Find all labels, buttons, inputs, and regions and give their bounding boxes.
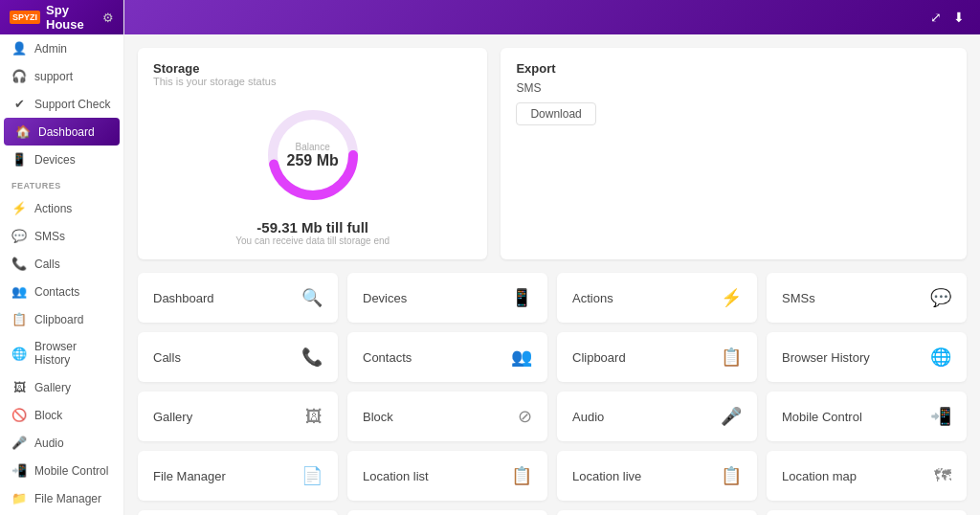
sidebar-item-label: Mobile Control xyxy=(34,464,108,478)
grid-card-label: Browser History xyxy=(782,350,870,365)
grid-card-location-map[interactable]: Location map 🗺 xyxy=(767,451,967,501)
storage-card: Storage This is your storage status Bala… xyxy=(138,48,487,259)
grid-card-devices[interactable]: Devices 📱 xyxy=(347,273,547,323)
sidebar-item-calls[interactable]: 📞 Calls xyxy=(0,250,123,278)
expand-icon[interactable]: ⤢ xyxy=(930,10,942,25)
sidebar-item-label: support xyxy=(34,70,73,83)
main-content: ⤢ ⬇ Storage This is your storage status … xyxy=(124,0,980,515)
sidebar-item-clipboard[interactable]: 📋 Clipboard xyxy=(0,305,123,333)
grid-file-manager-icon: 📄 xyxy=(301,465,323,486)
headphone-icon: 🎧 xyxy=(11,69,27,83)
sidebar: SPYZI Spy House ⚙ 👤 Admin 🎧 support ✔ Su… xyxy=(0,0,124,515)
grid-browser-icon: 🌐 xyxy=(930,347,951,368)
grid-location-map-icon: 🗺 xyxy=(934,466,951,486)
download-button[interactable]: Download xyxy=(516,102,595,125)
grid-gallery-icon: 🖼 xyxy=(305,407,323,427)
sidebar-item-smss[interactable]: 💬 SMSs xyxy=(0,222,123,250)
sidebar-item-label: Gallery xyxy=(34,381,71,394)
grid-card-label: Clipboard xyxy=(572,350,626,365)
features-grid: Dashboard 🔍 Devices 📱 Actions ⚡ SMSs 💬 C… xyxy=(138,273,967,515)
grid-card-file-manager[interactable]: File Manager 📄 xyxy=(138,451,338,501)
export-type: SMS xyxy=(516,81,951,95)
grid-location-live-icon: 📋 xyxy=(721,465,742,486)
sidebar-item-label: File Manager xyxy=(34,492,101,505)
grid-block-icon: ⊘ xyxy=(518,406,532,427)
storage-info: -59.31 Mb till full You can receive data… xyxy=(235,219,390,246)
app-title: Spy House xyxy=(46,3,97,32)
storage-title: Storage xyxy=(153,61,472,76)
grid-card-label: Audio xyxy=(572,410,604,424)
gear-icon[interactable]: ⚙ xyxy=(102,11,114,25)
grid-card-label: Block xyxy=(363,410,393,424)
sidebar-item-actions[interactable]: ⚡ Actions xyxy=(0,194,123,222)
sidebar-item-label: Block xyxy=(34,409,62,422)
app-logo: SPYZI xyxy=(10,11,40,24)
grid-card-contacts[interactable]: Contacts 👥 xyxy=(347,332,547,382)
grid-calls-icon: 📞 xyxy=(301,347,323,368)
grid-card-keylogger[interactable]: Keylogger ⌨ xyxy=(767,510,967,515)
sidebar-item-admin[interactable]: 👤 Admin xyxy=(0,34,123,62)
sidebar-item-contacts[interactable]: 👥 Contacts xyxy=(0,278,123,305)
mobile-control-icon: 📲 xyxy=(11,463,27,478)
sidebar-item-label: Devices xyxy=(34,153,76,167)
file-manager-icon: 📁 xyxy=(11,491,27,505)
grid-card-browser-history[interactable]: Browser History 🌐 xyxy=(767,332,967,382)
sidebar-item-audio[interactable]: 🎤 Audio xyxy=(0,429,123,457)
sidebar-item-label: Browser History xyxy=(34,340,112,367)
topbar: ⤢ ⬇ xyxy=(124,0,980,34)
sidebar-item-label: Contacts xyxy=(34,285,79,299)
storage-subtitle: This is your storage status xyxy=(153,76,472,87)
sidebar-item-label: Calls xyxy=(34,258,60,271)
grid-card-label: Contacts xyxy=(363,350,412,365)
grid-location-list-icon: 📋 xyxy=(511,465,532,486)
sidebar-item-dashboard[interactable]: 🏠 Dashboard xyxy=(4,118,120,146)
grid-card-label: Actions xyxy=(572,291,613,305)
grid-dashboard-icon: 🔍 xyxy=(301,287,323,308)
sidebar-item-file-manager[interactable]: 📁 File Manager xyxy=(0,484,123,512)
sidebar-item-gallery[interactable]: 🖼 Gallery xyxy=(0,373,123,401)
grid-devices-icon: 📱 xyxy=(511,287,532,308)
sidebar-item-devices[interactable]: 📱 Devices xyxy=(0,146,123,173)
call-icon: 📞 xyxy=(11,257,27,271)
grid-card-screen[interactable]: Screen 🖥 xyxy=(347,510,547,515)
export-card: Export SMS Download xyxy=(501,48,967,259)
grid-card-location-live[interactable]: Location live 📋 xyxy=(557,451,757,501)
gallery-icon: 🖼 xyxy=(11,380,27,394)
sidebar-item-block[interactable]: 🚫 Block xyxy=(0,401,123,429)
sidebar-header: SPYZI Spy House ⚙ xyxy=(0,0,123,34)
grid-card-label: Calls xyxy=(153,350,181,365)
grid-card-payment-history[interactable]: Payment History 💳 xyxy=(138,510,338,515)
admin-icon: 👤 xyxy=(11,41,27,56)
browser-icon: 🌐 xyxy=(11,347,27,361)
grid-sms-icon: 💬 xyxy=(930,287,951,308)
grid-card-audio[interactable]: Audio 🎤 xyxy=(557,392,757,441)
grid-card-messengers[interactable]: Messengers 💬 xyxy=(557,510,757,515)
grid-card-block[interactable]: Block ⊘ xyxy=(347,392,547,441)
sidebar-item-label: Admin xyxy=(34,42,67,56)
grid-card-gallery[interactable]: Gallery 🖼 xyxy=(138,392,338,441)
grid-card-location-list[interactable]: Location list 📋 xyxy=(347,451,547,501)
sidebar-item-label: Actions xyxy=(34,202,72,215)
download-icon[interactable]: ⬇ xyxy=(953,10,965,25)
clipboard-icon: 📋 xyxy=(11,312,27,326)
sidebar-item-support-check[interactable]: ✔ Support Check xyxy=(0,90,123,118)
sidebar-item-label: SMSs xyxy=(34,230,65,243)
check-icon: ✔ xyxy=(11,97,27,111)
info-cards-row: Storage This is your storage status Bala… xyxy=(138,48,967,259)
sidebar-item-mobile-control[interactable]: 📲 Mobile Control xyxy=(0,457,123,484)
features-label: FEATURES xyxy=(0,173,123,194)
donut-chart: Balance 259 Mb xyxy=(260,102,366,208)
sidebar-item-browser-history[interactable]: 🌐 Browser History xyxy=(0,333,123,373)
grid-card-label: Location map xyxy=(782,469,857,483)
grid-card-calls[interactable]: Calls 📞 xyxy=(138,332,338,382)
storage-info-small: You can receive data till storage end xyxy=(235,235,390,246)
content-area: Storage This is your storage status Bala… xyxy=(124,34,980,515)
sidebar-item-support[interactable]: 🎧 support xyxy=(0,62,123,90)
grid-card-smss[interactable]: SMSs 💬 xyxy=(767,273,967,323)
grid-card-actions[interactable]: Actions ⚡ xyxy=(557,273,757,323)
grid-card-clipboard[interactable]: Clipboard 📋 xyxy=(557,332,757,382)
grid-card-mobile-control[interactable]: Mobile Control 📲 xyxy=(767,392,967,441)
sidebar-item-label: Support Check xyxy=(34,98,110,111)
grid-card-dashboard[interactable]: Dashboard 🔍 xyxy=(138,273,338,323)
donut-center: Balance 259 Mb xyxy=(287,142,339,169)
